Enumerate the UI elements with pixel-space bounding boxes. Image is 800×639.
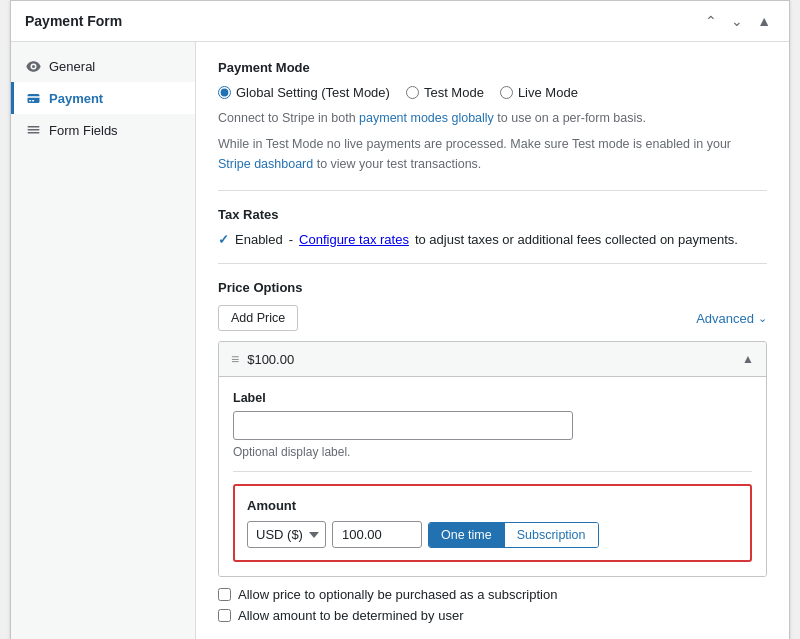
payment-mode-desc1: Connect to Stripe in both payment modes … [218,108,767,128]
payment-mode-desc2: While in Test Mode no live payments are … [218,134,767,174]
price-amount-display: $100.00 [247,352,294,367]
collapse-button[interactable]: ⌃ [701,11,721,31]
checkbox-user-amount-row: Allow amount to be determined by user [218,608,767,623]
checkbox-user-amount-label: Allow amount to be determined by user [238,608,463,623]
expand-button[interactable]: ⌄ [727,11,747,31]
radio-live-mode[interactable]: Live Mode [500,85,578,100]
checkbox-user-amount[interactable] [218,609,231,622]
divider-2 [218,263,767,264]
window-controls: ⌃ ⌄ ▲ [701,11,775,31]
payment-type-group: One time Subscription [428,522,599,548]
configure-tax-rates-link[interactable]: Configure tax rates [299,232,409,247]
radio-live-input[interactable] [500,86,513,99]
sidebar-item-payment-label: Payment [49,91,103,106]
label-input[interactable] [233,411,573,440]
subscription-button[interactable]: Subscription [505,523,598,547]
checkbox-subscription-row: Allow price to optionally be purchased a… [218,587,767,602]
chevron-down-icon: ⌄ [758,312,767,325]
list-icon [25,122,41,138]
radio-test-input[interactable] [406,86,419,99]
radio-global-label: Global Setting (Test Mode) [236,85,390,100]
price-options-title: Price Options [218,280,303,295]
radio-test-label: Test Mode [424,85,484,100]
price-row-collapse-button[interactable]: ▲ [742,352,754,366]
amount-input[interactable] [332,521,422,548]
radio-test-mode[interactable]: Test Mode [406,85,484,100]
one-time-button[interactable]: One time [429,523,505,547]
advanced-link[interactable]: Advanced ⌄ [696,311,767,326]
titlebar: Payment Form ⌃ ⌄ ▲ [11,1,789,42]
tax-rates-enabled-label: Enabled [235,232,283,247]
main-content: Payment Mode Global Setting (Test Mode) … [196,42,789,639]
tax-rates-title: Tax Rates [218,207,767,222]
currency-select[interactable]: USD ($) EUR (€) GBP (£) [247,521,326,548]
card-icon [25,90,41,106]
check-icon: ✓ [218,232,229,247]
window-body: General Payment Form Fields [11,42,789,639]
payment-mode-title: Payment Mode [218,60,767,75]
divider-label-amount [233,471,752,472]
radio-global-setting[interactable]: Global Setting (Test Mode) [218,85,390,100]
price-row-body: Label Optional display label. Amount USD… [219,377,766,576]
advanced-label: Advanced [696,311,754,326]
payment-mode-options: Global Setting (Test Mode) Test Mode Liv… [218,85,767,100]
amount-section: Amount USD ($) EUR (€) GBP (£) One time … [233,484,752,562]
price-row: ≡ $100.00 ▲ Label Optional display label… [218,341,767,577]
sidebar-item-form-fields-label: Form Fields [49,123,118,138]
price-options-header: Price Options [218,280,767,295]
tax-rates-status: ✓ Enabled - Configure tax rates to adjus… [218,232,767,247]
sidebar-item-general-label: General [49,59,95,74]
checkbox-subscription[interactable] [218,588,231,601]
radio-live-label: Live Mode [518,85,578,100]
sidebar: General Payment Form Fields [11,42,196,639]
checkbox-subscription-label: Allow price to optionally be purchased a… [238,587,557,602]
window-title: Payment Form [25,13,122,29]
drag-handle-icon[interactable]: ≡ [231,351,239,367]
payment-modes-globally-link[interactable]: payment modes globally [359,111,494,125]
sidebar-item-form-fields[interactable]: Form Fields [11,114,195,146]
add-price-button[interactable]: Add Price [218,305,298,331]
divider-1 [218,190,767,191]
price-row-header-left: ≡ $100.00 [231,351,294,367]
sidebar-item-payment[interactable]: Payment [11,82,195,114]
amount-controls: USD ($) EUR (€) GBP (£) One time Subscri… [247,521,738,548]
sidebar-item-general[interactable]: General [11,50,195,82]
close-button[interactable]: ▲ [753,11,775,31]
amount-label: Amount [247,498,738,513]
label-hint: Optional display label. [233,445,752,459]
radio-global-input[interactable] [218,86,231,99]
label-field-title: Label [233,391,752,405]
stripe-dashboard-link[interactable]: Stripe dashboard [218,157,313,171]
price-row-header: ≡ $100.00 ▲ [219,342,766,377]
gear-icon [25,58,41,74]
payment-form-window: Payment Form ⌃ ⌄ ▲ General [10,0,790,639]
